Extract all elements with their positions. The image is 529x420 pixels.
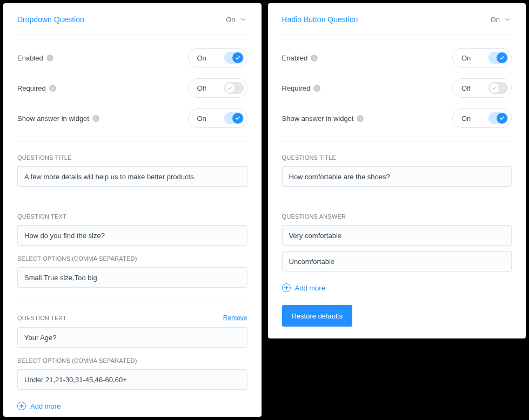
switch-on-icon — [488, 112, 508, 124]
chevron-down-icon — [503, 15, 512, 24]
info-icon[interactable] — [46, 55, 53, 62]
toggles-section: Enabled On Required Off Show answer in w… — [282, 35, 512, 141]
answer-input[interactable]: Very comfortable — [282, 225, 512, 246]
svg-rect-11 — [360, 118, 360, 120]
svg-rect-7 — [314, 57, 314, 59]
required-row: Required Off — [17, 78, 247, 98]
switch-on-icon — [488, 52, 508, 64]
show-answer-toggle[interactable]: On — [452, 109, 512, 128]
show-answer-label: Show answer in widget — [17, 114, 99, 123]
svg-rect-9 — [317, 87, 317, 90]
panel-header[interactable]: Dropdown Question On — [17, 15, 247, 35]
add-more-button[interactable]: Add more — [17, 402, 247, 410]
question-group-2: QUESTION TEXT Remove Your Age? SELECT OP… — [17, 301, 247, 390]
switch-on-icon — [224, 112, 244, 124]
required-row: Required Off — [282, 78, 512, 98]
required-toggle[interactable]: Off — [188, 78, 247, 98]
question-text-label: QUESTION TEXT — [17, 213, 247, 220]
question-text-input[interactable]: How do you find the size? — [17, 225, 247, 246]
switch-off-icon — [224, 82, 244, 94]
svg-point-0 — [50, 56, 50, 57]
panel-state-toggle[interactable]: On — [226, 15, 247, 24]
svg-point-8 — [317, 86, 317, 87]
questions-answer-section: QUESTIONS ANSWER Very comfortable Uncomf… — [282, 200, 512, 272]
show-answer-row: Show answer in widget On — [282, 109, 512, 128]
dropdown-question-panel: Dropdown Question On Enabled On Required — [3, 3, 262, 417]
required-label: Required — [282, 84, 321, 92]
select-options-label: SELECT OPTIONS (comma separated) — [17, 357, 247, 364]
select-options-input[interactable]: Small,True size,Too big — [17, 267, 247, 288]
questions-title-label: QUESTIONS TITLE — [17, 154, 247, 161]
svg-rect-5 — [96, 118, 96, 120]
toggles-section: Enabled On Required Off Show answer in w… — [17, 35, 247, 141]
svg-point-6 — [314, 56, 314, 57]
plus-icon — [282, 283, 291, 292]
info-icon[interactable] — [313, 85, 320, 92]
svg-point-2 — [52, 86, 53, 87]
questions-title-input[interactable]: A few more details will help us to make … — [17, 166, 247, 187]
svg-point-4 — [96, 117, 96, 117]
panel-title: Dropdown Question — [17, 15, 84, 24]
answer-input[interactable]: Uncomfortable — [282, 251, 512, 272]
chevron-down-icon — [239, 15, 247, 24]
svg-rect-1 — [50, 57, 50, 59]
question-text-label: QUESTION TEXT — [17, 315, 66, 321]
required-toggle[interactable]: Off — [452, 78, 512, 98]
info-icon[interactable] — [49, 85, 56, 92]
enabled-toggle[interactable]: On — [452, 48, 512, 67]
show-answer-label: Show answer in widget — [282, 114, 364, 123]
select-options-label: SELECT OPTIONS (comma separated) — [17, 255, 247, 262]
enabled-label: Enabled — [282, 54, 318, 62]
enabled-toggle[interactable]: On — [188, 48, 247, 67]
restore-defaults-button[interactable]: Restore defaults — [282, 305, 353, 327]
radio-button-question-panel: Radio Button Question On Enabled On Requ… — [268, 3, 526, 338]
required-label: Required — [17, 84, 56, 92]
question-group-1: QUESTION TEXT How do you find the size? … — [17, 200, 247, 301]
switch-off-icon — [488, 82, 508, 94]
remove-link[interactable]: Remove — [223, 314, 247, 322]
show-answer-row: Show answer in widget On — [17, 109, 247, 128]
questions-title-section: QUESTIONS TITLE A few more details will … — [17, 141, 247, 200]
switch-on-icon — [224, 52, 244, 64]
info-icon[interactable] — [92, 115, 99, 122]
panel-state-text: On — [491, 16, 500, 24]
plus-icon — [17, 402, 26, 410]
questions-title-section: QUESTIONS TITLE How comfortable are the … — [282, 141, 512, 200]
enabled-label: Enabled — [17, 54, 53, 62]
info-icon[interactable] — [357, 115, 364, 122]
questions-title-label: QUESTIONS TITLE — [282, 154, 512, 161]
questions-answer-label: QUESTIONS ANSWER — [282, 213, 512, 220]
panel-title: Radio Button Question — [282, 15, 358, 24]
questions-title-input[interactable]: How comfortable are the shoes? — [282, 166, 512, 187]
svg-rect-3 — [52, 87, 53, 90]
panel-header[interactable]: Radio Button Question On — [282, 15, 512, 35]
svg-point-10 — [360, 117, 360, 117]
question-text-input[interactable]: Your Age? — [17, 327, 247, 348]
show-answer-toggle[interactable]: On — [188, 109, 247, 128]
panel-state-text: On — [226, 16, 235, 24]
info-icon[interactable] — [311, 55, 318, 62]
enabled-row: Enabled On — [282, 48, 512, 67]
panel-state-toggle[interactable]: On — [491, 15, 512, 24]
select-options-input[interactable]: Under 21,21-30,31-45,46-60,60+ — [17, 369, 247, 390]
enabled-row: Enabled On — [17, 48, 247, 67]
add-more-button[interactable]: Add more — [282, 283, 512, 292]
